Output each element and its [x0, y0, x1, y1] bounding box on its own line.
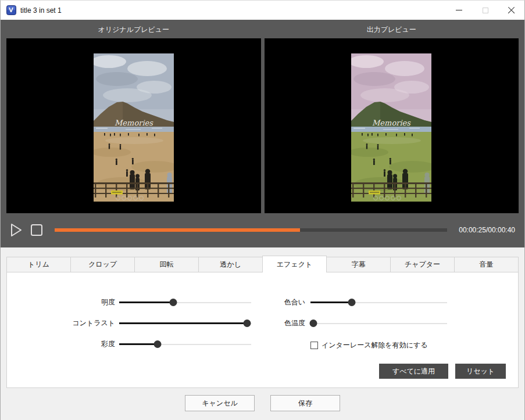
- brightness-slider-handle[interactable]: [170, 299, 177, 306]
- contrast-slider[interactable]: [119, 319, 251, 328]
- preview-section: オリジナルプレビュー 出力プレビュー: [1, 20, 524, 247]
- effect-panel: 明度 コントラスト 彩度: [6, 272, 519, 388]
- watermark-text: Memories: [115, 119, 153, 127]
- window-title: title 3 in set 1: [20, 6, 62, 15]
- tab-crop[interactable]: クロップ: [70, 257, 134, 272]
- brightness-slider[interactable]: [119, 298, 251, 307]
- original-preview-label: オリジナルプレビュー: [6, 25, 261, 35]
- tab-volume[interactable]: 音量: [454, 257, 519, 272]
- tab-chapter[interactable]: チャプター: [390, 257, 454, 272]
- play-icon[interactable]: [9, 222, 24, 238]
- maximize-icon: [472, 1, 498, 20]
- app-window: title 3 in set 1 オリジナルプレビュー 出力プレビュー: [0, 0, 525, 420]
- tab-bar: トリム クロップ 回転 透かし エフェクト 字幕 チャプター 音量: [6, 255, 519, 272]
- cancel-button[interactable]: キャンセル: [185, 395, 255, 411]
- output-preview-label: 出力プレビュー: [265, 25, 519, 35]
- footer: キャンセル 保存: [1, 388, 524, 420]
- contrast-label: コントラスト: [59, 318, 115, 328]
- tab-rotate[interactable]: 回転: [134, 257, 198, 272]
- contrast-slider-handle[interactable]: [244, 320, 251, 327]
- hue-slider-handle[interactable]: [348, 299, 355, 306]
- tab-subtitle[interactable]: 字幕: [327, 257, 390, 272]
- minimize-icon[interactable]: [446, 1, 472, 20]
- color-temp-label: 色温度: [276, 318, 305, 328]
- watermark-text: Memories: [372, 119, 411, 127]
- seek-bar-fill: [55, 228, 300, 232]
- original-preview-image: Memories: [94, 53, 174, 202]
- hue-label: 色合い: [276, 297, 305, 307]
- brightness-label: 明度: [59, 297, 115, 307]
- title-bar: title 3 in set 1: [1, 1, 524, 20]
- color-temp-slider[interactable]: [310, 319, 447, 328]
- saturation-slider[interactable]: [119, 340, 251, 349]
- hue-slider[interactable]: [310, 298, 447, 307]
- save-button[interactable]: 保存: [270, 395, 340, 411]
- playback-controls: 00:00:25/00:00:40: [1, 213, 524, 247]
- close-icon[interactable]: [498, 1, 524, 20]
- reset-button[interactable]: リセット: [455, 364, 506, 379]
- tab-watermark[interactable]: 透かし: [198, 257, 262, 272]
- deinterlace-label: インターレース解除を有効にする: [322, 340, 428, 350]
- time-display: 00:00:25/00:00:40: [459, 226, 515, 234]
- seek-bar[interactable]: [55, 228, 447, 232]
- window-controls: [446, 1, 524, 20]
- app-logo-icon: [6, 5, 16, 15]
- apply-all-button[interactable]: すべてに適用: [379, 364, 448, 379]
- original-preview-panel: Memories: [6, 38, 261, 213]
- output-preview-panel: Memories: [265, 38, 519, 213]
- deinterlace-checkbox[interactable]: [310, 342, 318, 349]
- saturation-slider-handle[interactable]: [153, 340, 161, 348]
- color-temp-slider-handle[interactable]: [309, 320, 317, 327]
- tab-trim[interactable]: トリム: [6, 257, 70, 272]
- saturation-label: 彩度: [59, 339, 115, 349]
- tab-effect[interactable]: エフェクト: [262, 256, 327, 272]
- editor-section: トリム クロップ 回転 透かし エフェクト 字幕 チャプター 音量 明度: [1, 247, 524, 420]
- stop-icon[interactable]: [29, 222, 44, 238]
- output-preview-image: Memories: [351, 53, 431, 202]
